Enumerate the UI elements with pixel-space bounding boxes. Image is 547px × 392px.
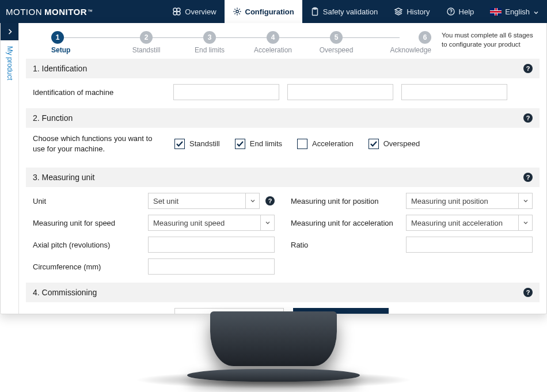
- function-hint: Choose which functions you want to use f…: [33, 134, 165, 154]
- step-label: Acceleration: [254, 46, 292, 54]
- nav-safety[interactable]: Safety validation: [302, 0, 386, 23]
- step-label: Overspeed: [320, 46, 354, 54]
- step-badge: 6: [419, 31, 431, 44]
- speed-unit-select[interactable]: Measuring unit speed: [148, 215, 275, 231]
- step-label: Standstill: [132, 46, 161, 54]
- checkbox-icon: [369, 139, 379, 149]
- section-title: 4. Commissioning: [33, 288, 97, 297]
- identification-input-2[interactable]: [287, 84, 393, 100]
- step-badge: 4: [267, 31, 279, 44]
- unit-select[interactable]: Set unit: [148, 193, 260, 209]
- nav-history-label: History: [407, 7, 430, 16]
- circumference-label: Circumference (mm): [33, 262, 142, 271]
- circumference-input[interactable]: [148, 258, 275, 275]
- identification-input-1[interactable]: [173, 84, 279, 100]
- svg-point-4: [235, 10, 238, 13]
- gear-icon: [233, 7, 242, 16]
- step-badge: 3: [203, 31, 216, 44]
- step-acceleration[interactable]: 4 Acceleration: [241, 31, 305, 54]
- section-title: 3. Measuring unit: [33, 173, 94, 182]
- section-function: 2. Function ? Choose which functions you…: [26, 108, 540, 162]
- main-content: 1 Setup 2 Standstill 3 End limits 4 Acce…: [19, 23, 546, 314]
- section-identification: 1. Identification ? Identification of ma…: [26, 59, 540, 102]
- position-unit-label: Measuring unit for position: [291, 197, 400, 205]
- step-standstill[interactable]: 2 Standstill: [115, 31, 178, 54]
- unit-help-button[interactable]: ?: [265, 196, 275, 205]
- section-help-button[interactable]: ?: [523, 288, 533, 297]
- svg-point-1: [177, 8, 180, 12]
- overview-icon: [172, 7, 181, 16]
- section-title: 2. Function: [33, 113, 73, 123]
- function-acceleration-option[interactable]: Acceleration: [297, 139, 354, 149]
- accel-unit-select[interactable]: Measuring unit acceleration: [406, 215, 533, 231]
- nav-help[interactable]: Help: [438, 0, 483, 23]
- clipboard-icon: [310, 7, 320, 16]
- section-measuring: 3. Measuring unit ? Unit Set unit ?: [26, 168, 540, 277]
- nav-language[interactable]: English: [482, 0, 547, 23]
- section-help-button[interactable]: ?: [523, 113, 533, 123]
- step-label: End limits: [195, 46, 225, 54]
- section-title: 1. Identification: [33, 64, 87, 73]
- max-speed-input[interactable]: [174, 308, 284, 314]
- step-badge: 2: [140, 31, 153, 44]
- nav-history[interactable]: History: [386, 0, 438, 23]
- chevron-down-icon: [518, 193, 532, 208]
- ratio-label: Ratio: [291, 241, 400, 249]
- brand-bold: MONITOR: [44, 7, 87, 17]
- help-circle-icon: [446, 7, 455, 16]
- function-overspeed-option[interactable]: Overspeed: [369, 139, 420, 149]
- step-label: Setup: [51, 46, 70, 54]
- side-tab-label: My product: [6, 46, 14, 80]
- speed-unit-value: Measuring unit speed: [149, 215, 260, 230]
- svg-point-2: [173, 12, 177, 15]
- unit-label: Unit: [33, 197, 142, 205]
- speed-unit-label: Measuring unit for speed: [33, 219, 142, 227]
- step-setup[interactable]: 1 Setup: [51, 31, 115, 54]
- axial-pitch-label: Axial pitch (revolutions): [33, 241, 142, 249]
- checkbox-label: Standstill: [189, 139, 220, 148]
- nav-configuration[interactable]: Configuration: [225, 0, 302, 23]
- chevron-down-icon: [245, 193, 259, 208]
- step-acknowledge[interactable]: 6 Acknowledge: [368, 31, 431, 54]
- nav-overview-label: Overview: [185, 7, 216, 16]
- section-help-button[interactable]: ?: [523, 173, 533, 182]
- nav-overview[interactable]: Overview: [164, 0, 224, 23]
- checkbox-label: Overspeed: [383, 139, 420, 148]
- identification-input-3[interactable]: [401, 84, 507, 100]
- brand-logo: MOTION MONITOR ™: [0, 0, 101, 23]
- uk-flag-icon: [490, 8, 502, 16]
- section-help-button[interactable]: ?: [523, 64, 533, 73]
- brand-thin: MOTION: [6, 7, 42, 17]
- svg-point-0: [173, 8, 177, 12]
- confirm-button[interactable]: Confirm: [293, 308, 389, 314]
- step-label: Acknowledge: [390, 46, 431, 54]
- axial-pitch-input[interactable]: [148, 237, 275, 253]
- unit-select-value: Set unit: [149, 193, 245, 208]
- side-tab-label-wrap[interactable]: My product: [1, 40, 18, 80]
- checkbox-icon: [174, 139, 185, 149]
- position-unit-value: Measuring unit position: [407, 193, 518, 208]
- svg-point-8: [450, 13, 451, 14]
- ratio-input[interactable]: [406, 237, 533, 253]
- chevron-down-icon: [518, 215, 532, 230]
- step-end-limits[interactable]: 3 End limits: [178, 31, 241, 54]
- side-collapse-button[interactable]: [1, 23, 18, 40]
- identification-label: Identification of machine: [33, 88, 165, 97]
- nav-configuration-label: Configuration: [245, 7, 294, 16]
- top-nav: MOTION MONITOR ™ Overview Configuration …: [0, 0, 547, 23]
- brand-tm: ™: [88, 9, 93, 14]
- accel-unit-label: Measuring unit for acceleration: [291, 219, 400, 227]
- nav-safety-label: Safety validation: [323, 7, 378, 16]
- checkbox-icon: [297, 139, 307, 149]
- monitor-stand-graphic: [0, 306, 547, 392]
- setup-stepper: 1 Setup 2 Standstill 3 End limits 4 Acce…: [19, 23, 546, 59]
- function-standstill-option[interactable]: Standstill: [174, 139, 220, 149]
- stepper-note: You must complete all 6 stages to config…: [431, 31, 535, 49]
- step-badge: 5: [330, 31, 343, 44]
- svg-point-3: [177, 12, 180, 15]
- checkbox-icon: [235, 139, 245, 149]
- position-unit-select[interactable]: Measuring unit position: [406, 193, 533, 209]
- function-end-limits-option[interactable]: End limits: [235, 139, 282, 149]
- step-badge: 1: [51, 31, 64, 44]
- step-overspeed[interactable]: 5 Overspeed: [305, 31, 368, 54]
